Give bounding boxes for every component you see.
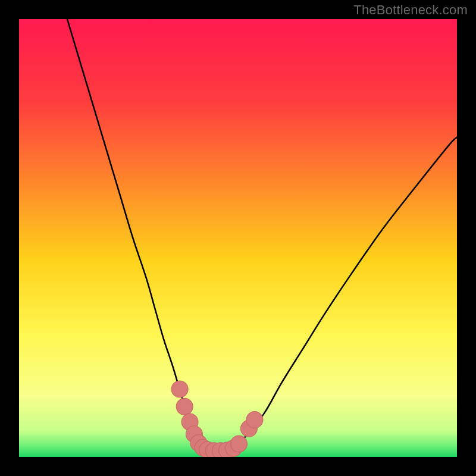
watermark-label: TheBottleneck.com <box>353 2 468 18</box>
trough-marker <box>171 381 188 397</box>
trough-marker <box>246 411 263 428</box>
trough-marker <box>230 436 247 452</box>
chart-frame: TheBottleneck.com <box>0 0 476 476</box>
trough-markers <box>19 19 457 457</box>
plot-area <box>19 19 457 457</box>
trough-marker <box>176 398 193 415</box>
